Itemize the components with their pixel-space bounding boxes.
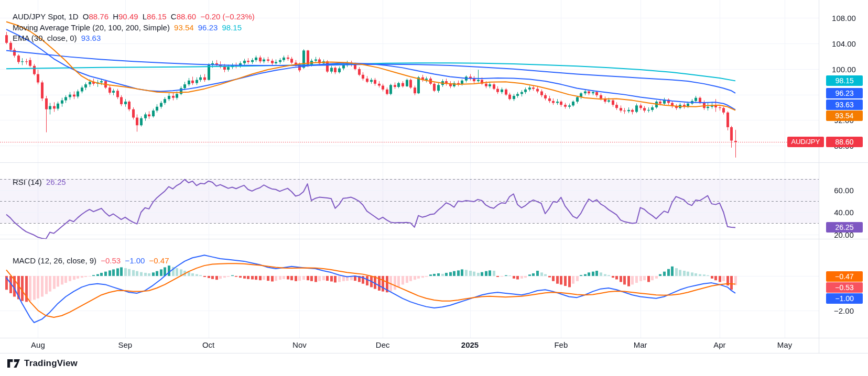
rsi-tick-60: 60.00 [820,185,868,194]
ma200-value: 98.15 [222,23,242,32]
open-label: O [83,12,89,21]
tradingview-watermark[interactable]: TradingView [7,358,78,369]
ma-triple-title: Moving Average Triple (20, 100, 200, Sim… [13,23,170,32]
symbol-name-badge: AUD/JPY [787,137,824,147]
ma20-value: 93.54 [174,23,194,32]
ema-legend-row[interactable]: EMA (30, close, 0) 93.63 [13,33,257,44]
ma200-badge: 98.15 [826,75,863,86]
rsi-value: 26.25 [46,178,66,186]
macd-line-badge: −1.00 [826,293,863,304]
rsi-title: RSI (14) [13,178,42,186]
time-label-May: May [777,340,792,349]
macd-hist-badge: −0.53 [826,282,863,293]
ma20-badge: 93.54 [826,110,863,121]
rsi-badge: 26.25 [826,222,863,233]
ma100-value: 96.23 [198,23,218,32]
macd-signal-value: −0.47 [149,256,169,265]
tradingview-logo-icon [7,359,20,368]
symbol-legend-row[interactable]: AUD/JPY Spot, 1D O88.76 H90.49 L86.15 C8… [13,12,257,23]
ema30-badge: 93.63 [826,99,863,110]
time-label-2025: 2025 [461,340,479,349]
time-label-Feb: Feb [554,340,568,349]
close-label: C [171,12,177,21]
rsi-tick-40: 40.00 [820,208,868,217]
time-label-Sep: Sep [118,340,132,349]
high-label: H [113,12,118,21]
open-value: 88.76 [89,12,108,21]
price-chart-canvas[interactable] [0,0,868,376]
last-price-badge: 88.60 [826,137,863,147]
time-label-Nov: Nov [292,340,307,349]
time-label-Mar: Mar [634,340,647,349]
ema-value: 93.63 [81,34,101,42]
legend: AUD/JPY Spot, 1D O88.76 H90.49 L86.15 C8… [13,12,257,44]
macd-title: MACD (12, 26, close, 9) [13,256,96,265]
macd-hist-value: −0.53 [101,256,121,265]
macd-signal-badge: −0.47 [826,271,863,282]
time-label-Dec: Dec [376,340,390,349]
price-tick-104: 104.00 [820,39,868,48]
low-label: L [143,12,147,21]
time-label-Oct: Oct [202,340,214,349]
macd-legend[interactable]: MACD (12, 26, close, 9) −0.53 −1.00 −0.4… [13,256,171,267]
close-value: 88.60 [177,12,197,21]
time-label-Aug: Aug [31,340,45,349]
ema-title: EMA (30, close, 0) [13,34,77,42]
low-value: 86.15 [147,12,167,21]
tradingview-logo-text: TradingView [24,358,78,369]
time-label-Apr: Apr [713,340,725,349]
high-value: 90.49 [118,12,138,21]
rsi-legend[interactable]: RSI (14) 26.25 [13,177,68,188]
symbol-title: AUD/JPY Spot, 1D [13,12,79,21]
macd-tick--2: −2.00 [820,306,868,315]
ma100-badge: 96.23 [826,88,863,98]
tradingview-chart-window: { "colors": { "red": "#F23645", "green":… [0,0,868,376]
price-tick-108: 108.00 [820,14,868,23]
change-value: −0.20 (−0.23%) [200,12,254,21]
macd-line-value: −1.00 [125,256,145,265]
price-tick-100: 100.00 [820,64,868,73]
ma-triple-legend-row[interactable]: Moving Average Triple (20, 100, 200, Sim… [13,23,257,34]
